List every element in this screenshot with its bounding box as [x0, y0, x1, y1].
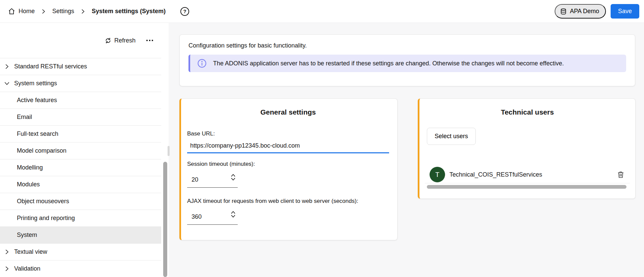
- breadcrumb-current: System settings (System): [92, 8, 166, 15]
- info-icon: [197, 58, 207, 68]
- technical-users-card: Technical users Select users T Technical…: [418, 98, 636, 199]
- top-bar: Home Settings System settings (System) ?…: [0, 0, 644, 23]
- sidebar-item-label: Active features: [17, 97, 57, 104]
- session-timeout-input[interactable]: [187, 173, 238, 187]
- sidebar-item-modules[interactable]: Modules: [0, 176, 161, 193]
- save-button[interactable]: Save: [611, 4, 639, 19]
- base-url-label: Base URL:: [187, 130, 389, 137]
- ajax-timeout-label: AJAX timeout for requests from web clien…: [187, 198, 389, 205]
- database-icon: [560, 8, 567, 15]
- sidebar-item-label: Full-text search: [17, 130, 58, 137]
- repository-button[interactable]: APA Demo: [555, 4, 606, 19]
- sidebar-item-label: Modelling: [17, 164, 43, 171]
- user-avatar: T: [430, 167, 445, 182]
- intro-description: Configuration settings for basic functio…: [188, 42, 626, 49]
- sidebar-item-label: Model comparison: [17, 147, 66, 154]
- sidebar-item-label: Validation: [14, 265, 40, 272]
- user-list-divider: [425, 183, 630, 183]
- chevron-right-icon: [3, 64, 10, 69]
- stepper-up-icon[interactable]: [231, 174, 236, 177]
- sidebar-item-label: Email: [17, 114, 32, 121]
- chevron-right-icon: [3, 266, 10, 272]
- session-timeout-label: Session timeout (minutes):: [187, 161, 389, 167]
- breadcrumb-settings[interactable]: Settings: [52, 8, 74, 15]
- technical-users-title: Technical users: [419, 108, 635, 116]
- user-list-scrollbar[interactable]: [427, 185, 626, 189]
- sidebar: Refresh Standard RESTful services System…: [0, 23, 169, 277]
- intro-card: Configuration settings for basic functio…: [179, 34, 635, 86]
- sidebar-item-full-text-search[interactable]: Full-text search: [0, 125, 161, 142]
- main-content: Configuration settings for basic functio…: [169, 23, 644, 277]
- general-settings-card: General settings Base URL: Session timeo…: [179, 98, 398, 240]
- sidebar-item-label: Modules: [17, 181, 40, 188]
- session-timeout-stepper: [231, 174, 236, 181]
- sidebar-item-printing-and-reporting[interactable]: Printing and reporting: [0, 210, 161, 226]
- chevron-down-icon: [3, 81, 10, 86]
- sidebar-item-email[interactable]: Email: [0, 109, 161, 125]
- stepper-down-icon[interactable]: [231, 178, 236, 181]
- stepper-up-icon[interactable]: [231, 211, 236, 214]
- base-url-input[interactable]: [187, 138, 389, 153]
- sidebar-item-model-comparison[interactable]: Model comparison: [0, 142, 161, 159]
- more-options-icon[interactable]: [146, 38, 154, 43]
- user-name: Technical_COIS_RESTfulServices: [449, 171, 616, 178]
- sidebar-item-modelling[interactable]: Modelling: [0, 159, 161, 176]
- breadcrumb-settings-label: Settings: [52, 8, 74, 15]
- sidebar-item-label: Object mouseovers: [17, 198, 69, 205]
- stepper-down-icon[interactable]: [231, 215, 236, 218]
- sidebar-item-validation[interactable]: Validation: [0, 260, 161, 277]
- sidebar-item-active-features[interactable]: Active features: [0, 92, 161, 109]
- breadcrumb-home[interactable]: Home: [8, 8, 35, 15]
- trash-icon: [617, 171, 624, 178]
- refresh-button[interactable]: Refresh: [105, 37, 136, 44]
- general-settings-title: General settings: [187, 108, 389, 116]
- breadcrumb-home-label: Home: [19, 8, 35, 15]
- sidebar-item-label: Textual view: [14, 248, 47, 255]
- sidebar-item-object-mouseovers[interactable]: Object mouseovers: [0, 193, 161, 210]
- refresh-icon: [105, 37, 111, 44]
- ajax-timeout-stepper: [231, 211, 236, 218]
- chevron-right-icon: [41, 9, 46, 14]
- restart-notice: The ADONIS application server has to be …: [188, 55, 626, 72]
- sidebar-item-label: Printing and reporting: [17, 215, 75, 222]
- sidebar-item-system[interactable]: System: [0, 226, 161, 243]
- top-bar-actions: APA Demo Save: [555, 4, 639, 19]
- sidebar-item-textual-view[interactable]: Textual view: [0, 243, 161, 260]
- ajax-timeout-input[interactable]: [187, 210, 238, 224]
- sidebar-toolbar: Refresh: [0, 23, 169, 58]
- sidebar-item-label: System: [17, 232, 37, 239]
- repository-label: APA Demo: [570, 8, 599, 15]
- breadcrumb: Home Settings System settings (System) ?: [8, 7, 189, 16]
- sidebar-item-standard-restful-services[interactable]: Standard RESTful services: [0, 58, 161, 75]
- sidebar-item-label: Standard RESTful services: [14, 63, 87, 70]
- technical-user-row: T Technical_COIS_RESTfulServices: [430, 167, 625, 182]
- settings-tree: Standard RESTful services System setting…: [0, 58, 161, 277]
- sidebar-item-label: System settings: [14, 80, 57, 87]
- chevron-right-icon: [80, 9, 86, 14]
- sidebar-scrollbar[interactable]: [163, 162, 167, 277]
- delete-user-button[interactable]: [616, 170, 625, 179]
- main-scrollbar[interactable]: [168, 146, 170, 156]
- home-icon: [8, 8, 15, 15]
- select-users-button[interactable]: Select users: [427, 128, 476, 145]
- sidebar-item-system-settings[interactable]: System settings: [0, 75, 161, 92]
- restart-notice-text: The ADONIS application server has to be …: [213, 60, 564, 67]
- chevron-right-icon: [3, 249, 10, 255]
- page-title: System settings (System): [92, 8, 166, 15]
- help-icon[interactable]: ?: [180, 7, 189, 16]
- refresh-label: Refresh: [114, 37, 136, 44]
